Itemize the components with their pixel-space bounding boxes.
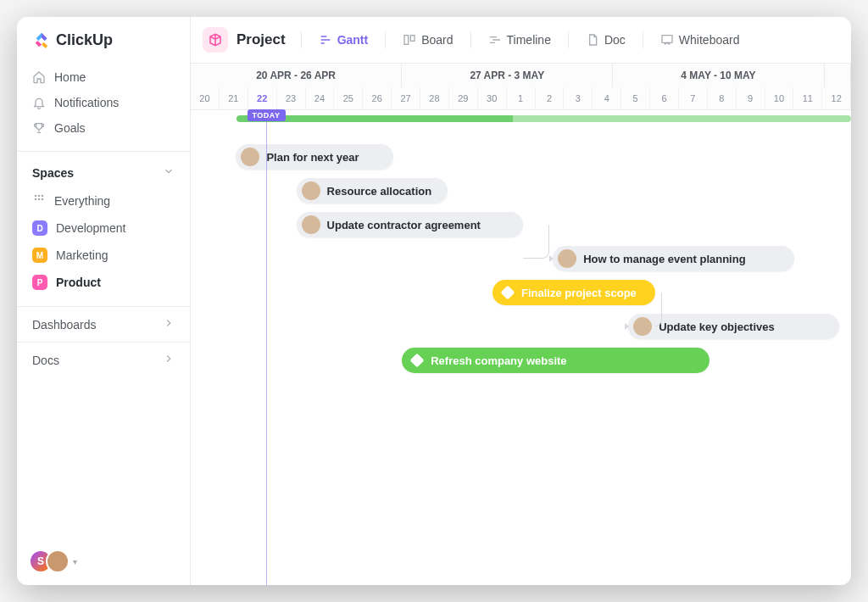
today-line bbox=[266, 110, 267, 585]
svg-rect-14 bbox=[662, 36, 672, 43]
nav-goals[interactable]: Goals bbox=[24, 115, 183, 141]
task-label: Resource allocation bbox=[327, 185, 432, 198]
nav-home[interactable]: Home bbox=[24, 64, 183, 90]
chevron-right-icon bbox=[163, 317, 175, 332]
day-cell[interactable]: 20 bbox=[191, 87, 220, 109]
nav-label: Home bbox=[54, 70, 86, 84]
day-cell[interactable]: 3 bbox=[564, 87, 593, 109]
overall-progress-bar bbox=[236, 115, 851, 122]
avatar[interactable] bbox=[46, 549, 70, 573]
spaces-header[interactable]: Spaces bbox=[17, 151, 190, 187]
project-icon[interactable] bbox=[203, 27, 228, 53]
spaces-header-label: Spaces bbox=[32, 166, 74, 180]
day-cell[interactable]: 10 bbox=[765, 87, 794, 109]
nav-notifications[interactable]: Notifications bbox=[24, 90, 183, 115]
task-label: Finalize project scope bbox=[521, 287, 637, 299]
spaces-list: Everything D Development M Marketing P P… bbox=[17, 187, 190, 296]
footer-avatars[interactable]: S ▾ bbox=[17, 538, 190, 585]
day-cell[interactable]: 25 bbox=[334, 87, 363, 109]
main-content: Project Gantt Board Timeline Doc bbox=[191, 17, 851, 585]
separator bbox=[568, 31, 569, 48]
view-tab-whiteboard[interactable]: Whiteboard bbox=[652, 28, 748, 52]
chevron-down-icon bbox=[163, 165, 175, 180]
dependency-line bbox=[655, 293, 662, 326]
task-manage-event-planning[interactable]: How to manage event planning bbox=[553, 246, 794, 271]
svg-point-3 bbox=[35, 198, 37, 201]
svg-point-4 bbox=[38, 198, 41, 201]
logo[interactable]: ClickUp bbox=[17, 17, 190, 64]
space-badge: P bbox=[32, 275, 47, 290]
day-cell[interactable]: 1 bbox=[507, 87, 536, 109]
separator bbox=[470, 31, 471, 48]
today-badge-wrap: TODAY bbox=[249, 109, 283, 121]
day-cell[interactable]: 27 bbox=[392, 87, 420, 109]
task-plan-next-year[interactable]: Plan for next year bbox=[236, 144, 392, 170]
task-refresh-website[interactable]: Refresh company website bbox=[402, 348, 709, 373]
day-cell[interactable]: 8 bbox=[708, 87, 737, 109]
space-badge: D bbox=[32, 220, 47, 236]
whiteboard-icon bbox=[660, 33, 674, 47]
trophy-icon bbox=[32, 121, 46, 135]
day-cell[interactable]: 21 bbox=[220, 87, 248, 109]
space-everything[interactable]: Everything bbox=[24, 187, 183, 215]
gantt-chart[interactable]: Plan for next yearResource allocationUpd… bbox=[191, 110, 851, 585]
day-cell[interactable]: 4 bbox=[593, 87, 621, 109]
view-tab-label: Timeline bbox=[507, 33, 551, 47]
day-cell[interactable]: 29 bbox=[449, 87, 478, 109]
today-badge: TODAY bbox=[248, 109, 286, 121]
space-development[interactable]: D Development bbox=[24, 215, 183, 242]
day-cell[interactable]: 9 bbox=[737, 87, 765, 109]
day-cell[interactable]: 12 bbox=[822, 87, 851, 109]
view-tab-doc[interactable]: Doc bbox=[577, 28, 634, 52]
assignee-avatar bbox=[302, 181, 320, 200]
week-cell: 20 APR - 26 APR bbox=[191, 64, 402, 87]
task-update-contractor[interactable]: Update contractor agreement bbox=[297, 212, 523, 237]
svg-point-2 bbox=[42, 195, 44, 198]
svg-point-5 bbox=[42, 198, 44, 201]
svg-rect-10 bbox=[411, 36, 415, 42]
assignee-avatar bbox=[558, 249, 576, 268]
dependency-arrow-icon bbox=[549, 255, 554, 262]
day-cell[interactable]: 23 bbox=[277, 87, 306, 109]
svg-rect-9 bbox=[404, 36, 409, 45]
day-cell[interactable]: 28 bbox=[420, 87, 449, 109]
day-cell[interactable]: 11 bbox=[793, 87, 822, 109]
day-cell[interactable]: 2 bbox=[536, 87, 565, 109]
day-cell[interactable]: 7 bbox=[679, 87, 708, 109]
gantt-icon bbox=[319, 33, 332, 47]
logo-text: ClickUp bbox=[56, 31, 113, 49]
view-tab-gantt[interactable]: Gantt bbox=[310, 28, 377, 52]
day-cell[interactable]: 6 bbox=[650, 87, 679, 109]
view-tab-label: Whiteboard bbox=[679, 33, 740, 47]
diamond-icon bbox=[501, 286, 515, 300]
nav-docs[interactable]: Docs bbox=[17, 342, 190, 377]
task-label: How to manage event planning bbox=[583, 253, 745, 265]
nav-dashboards[interactable]: Dashboards bbox=[17, 306, 190, 342]
week-row: 20 APR - 26 APR27 APR - 3 MAY4 MAY - 10 … bbox=[191, 64, 851, 87]
day-row: 2021222324252627282930123456789101112 bbox=[191, 87, 851, 109]
view-tab-board[interactable]: Board bbox=[394, 28, 461, 52]
space-label: Development bbox=[56, 221, 126, 235]
day-cell[interactable]: 5 bbox=[621, 87, 650, 109]
day-cell[interactable]: 24 bbox=[306, 87, 335, 109]
space-label: Product bbox=[56, 276, 101, 289]
dependency-arrow-icon bbox=[625, 323, 629, 330]
dependency-line bbox=[523, 225, 550, 259]
space-label: Everything bbox=[54, 194, 110, 208]
space-marketing[interactable]: M Marketing bbox=[24, 242, 183, 269]
view-tab-label: Gantt bbox=[337, 33, 369, 47]
chevron-right-icon bbox=[163, 353, 175, 367]
assignee-avatar bbox=[633, 317, 652, 336]
nav-label: Notifications bbox=[54, 96, 119, 109]
day-cell[interactable]: 22 bbox=[248, 87, 277, 109]
app-window: ClickUp Home Notifications Goals Spaces bbox=[17, 17, 851, 585]
svg-point-0 bbox=[35, 195, 37, 198]
view-tab-timeline[interactable]: Timeline bbox=[480, 28, 559, 52]
task-resource-allocation[interactable]: Resource allocation bbox=[297, 178, 448, 203]
space-product[interactable]: P Product bbox=[24, 269, 183, 296]
task-finalize-scope[interactable]: Finalize project scope bbox=[492, 280, 655, 305]
day-cell[interactable]: 30 bbox=[478, 87, 507, 109]
day-cell[interactable]: 26 bbox=[363, 87, 392, 109]
bell-icon bbox=[32, 96, 46, 109]
view-bar: Project Gantt Board Timeline Doc bbox=[191, 17, 851, 64]
